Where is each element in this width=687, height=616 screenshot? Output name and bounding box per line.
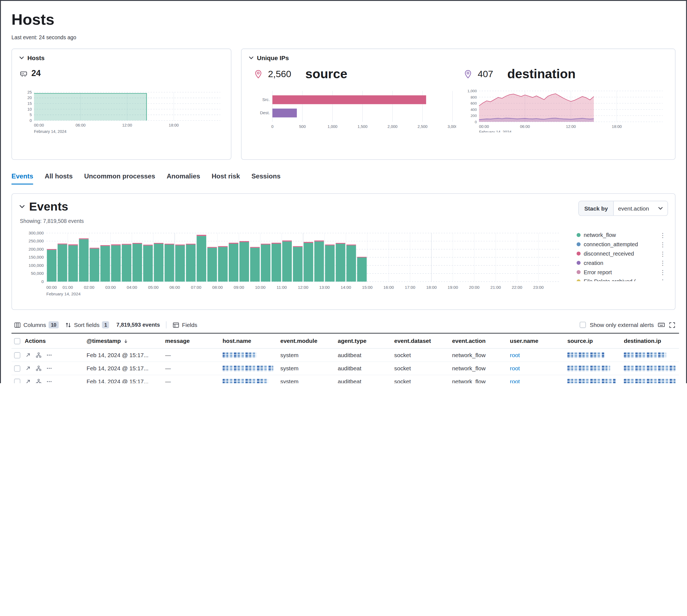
fullscreen-icon[interactable] — [669, 322, 675, 328]
legend-options-icon[interactable]: ⋮ — [658, 268, 667, 276]
user-link[interactable]: root — [510, 365, 520, 372]
legend-item[interactable]: connection_attempted⋮ — [577, 240, 667, 249]
redacted-source-ip — [567, 379, 616, 383]
legend-options-icon[interactable]: ⋮ — [658, 241, 667, 248]
expand-event-icon[interactable] — [25, 352, 31, 358]
legend-options-icon[interactable]: ⋮ — [658, 250, 667, 257]
legend-label: connection_attempted — [584, 241, 655, 248]
svg-text:0: 0 — [41, 279, 44, 284]
more-actions-icon[interactable] — [46, 366, 52, 371]
column-header-user-name[interactable]: user.name — [510, 334, 567, 349]
svg-text:February 14, 2024: February 14, 2024 — [479, 130, 512, 133]
column-header-actions: Actions — [12, 334, 86, 349]
chevron-down-icon[interactable] — [19, 203, 25, 210]
column-header-event-dataset[interactable]: event.dataset — [394, 334, 452, 349]
redacted-destination-ip — [624, 379, 675, 383]
analyze-event-icon[interactable] — [36, 379, 41, 383]
table-toolbar: Columns 10 Sort fields 1 7,819,593 event… — [14, 322, 675, 329]
row-checkbox[interactable] — [14, 352, 20, 358]
svg-text:21:00: 21:00 — [490, 285, 501, 290]
chart-legend: network_flow⋮connection_attempted⋮discon… — [577, 229, 667, 281]
tab-sessions[interactable]: Sessions — [252, 172, 281, 184]
unique-ips-stats: 2,560 source 407 destination — [249, 67, 668, 81]
svg-text:18:00: 18:00 — [612, 124, 622, 129]
chevron-down-icon[interactable] — [249, 55, 254, 60]
svg-text:01:00: 01:00 — [63, 285, 73, 290]
kpi-panels-row: Hosts 24 051015202500:0006:0012:0018:00F… — [1, 49, 686, 160]
columns-button[interactable]: Columns 10 — [14, 322, 59, 329]
cell-event-module: system — [280, 375, 338, 383]
svg-text:200,000: 200,000 — [28, 247, 44, 251]
cell-message: — — [165, 349, 222, 362]
user-link[interactable]: root — [510, 378, 520, 383]
legend-color-dot — [577, 252, 580, 256]
svg-text:02:00: 02:00 — [84, 285, 94, 290]
legend-options-icon[interactable]: ⋮ — [658, 232, 667, 239]
row-checkbox[interactable] — [14, 366, 20, 372]
svg-text:20:00: 20:00 — [469, 285, 479, 290]
columns-label: Columns — [23, 322, 46, 328]
more-actions-icon[interactable] — [46, 352, 52, 358]
stack-by-select[interactable]: event.action — [614, 201, 667, 215]
legend-label: creation — [584, 260, 655, 266]
unique-ips-charts: 05001,0001,5002,0002,5003,000Src.Dest. 0… — [249, 88, 668, 133]
svg-text:08:00: 08:00 — [212, 285, 223, 290]
fields-button[interactable]: Fields — [173, 322, 197, 328]
expand-event-icon[interactable] — [25, 379, 31, 383]
column-header-source-ip[interactable]: source.ip — [567, 334, 624, 349]
column-header-destination-ip[interactable]: destination.ip — [624, 334, 679, 349]
tab-uncommon-processes[interactable]: Uncommon processes — [84, 172, 155, 184]
analyze-event-icon[interactable] — [36, 352, 41, 358]
select-all-checkbox[interactable] — [14, 338, 20, 344]
svg-text:200: 200 — [471, 114, 477, 118]
svg-text:500: 500 — [299, 124, 306, 129]
source-label: source — [305, 67, 347, 81]
svg-text:00:00: 00:00 — [479, 124, 489, 129]
legend-item[interactable]: Error report⋮ — [577, 267, 667, 277]
keyboard-shortcuts-icon[interactable] — [658, 322, 665, 329]
tab-host-risk[interactable]: Host risk — [212, 172, 240, 184]
unique-ips-panel: Unique IPs 2,560 source 407 destination … — [241, 49, 675, 160]
cell-actions — [12, 349, 86, 362]
sort-desc-icon — [123, 338, 128, 344]
tab-events[interactable]: Events — [12, 172, 33, 184]
svg-text:February 14, 2024: February 14, 2024 — [34, 129, 66, 134]
cell-user-name: root — [510, 349, 567, 362]
tab-all-hosts[interactable]: All hosts — [45, 172, 73, 184]
cell-destination-ip — [624, 349, 679, 362]
expand-event-icon[interactable] — [25, 366, 31, 371]
svg-text:18:00: 18:00 — [169, 123, 179, 127]
hosts-kpi-panel: Hosts 24 051015202500:0006:0012:0018:00F… — [12, 49, 232, 160]
legend-color-dot — [577, 280, 580, 281]
tab-anomalies[interactable]: Anomalies — [167, 172, 200, 184]
legend-item[interactable]: File Delete archived (⋮ — [577, 277, 667, 281]
svg-text:0: 0 — [475, 120, 477, 124]
hosts-count: 24 — [31, 68, 41, 78]
column-header-event-module[interactable]: event.module — [280, 334, 338, 349]
cell-agent-type: auditbeat — [338, 375, 394, 383]
svg-text:Src.: Src. — [262, 97, 270, 102]
column-header-message[interactable]: message — [165, 334, 222, 349]
events-chart-area: 050,000100,000150,000200,000250,000300,0… — [19, 229, 668, 298]
cell-event-dataset: socket — [394, 349, 452, 362]
svg-text:09:00: 09:00 — [234, 285, 244, 290]
analyze-event-icon[interactable] — [36, 366, 41, 371]
cell-user-name: root — [510, 375, 567, 383]
sort-fields-button[interactable]: Sort fields 1 — [65, 322, 109, 329]
legend-item[interactable]: creation⋮ — [577, 258, 667, 268]
column-header-agent-type[interactable]: agent.type — [338, 334, 394, 349]
legend-item[interactable]: network_flow⋮ — [577, 230, 667, 240]
svg-text:07:00: 07:00 — [191, 285, 201, 290]
row-checkbox[interactable] — [14, 378, 20, 383]
external-alerts-checkbox[interactable] — [580, 322, 586, 328]
legend-options-icon[interactable]: ⋮ — [658, 259, 667, 267]
more-actions-icon[interactable] — [46, 379, 52, 383]
user-link[interactable]: root — [510, 352, 520, 358]
column-header-timestamp[interactable]: @timestamp — [86, 334, 165, 349]
column-header-host-name[interactable]: host.name — [222, 334, 280, 349]
cell-event-dataset: socket — [394, 375, 452, 383]
chevron-down-icon[interactable] — [19, 55, 24, 60]
legend-item[interactable]: disconnect_received⋮ — [577, 249, 667, 258]
legend-options-icon[interactable]: ⋮ — [658, 278, 667, 281]
column-header-event-action[interactable]: event.action — [452, 334, 510, 349]
